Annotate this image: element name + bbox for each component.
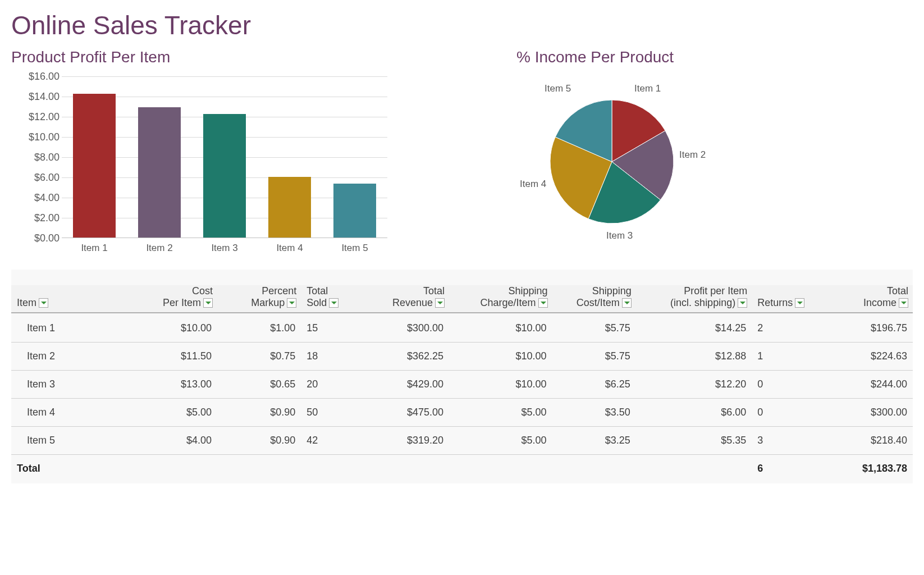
pie-label-1: Item 1 bbox=[634, 83, 661, 94]
cell-ship_cost: $3.50 bbox=[552, 399, 636, 427]
cell-revenue: $362.25 bbox=[353, 343, 449, 371]
cell-revenue: $429.00 bbox=[353, 371, 449, 399]
total-label: Total bbox=[11, 455, 140, 484]
col-header: TotalRevenue bbox=[353, 285, 449, 313]
pie-label-3: Item 3 bbox=[606, 230, 633, 241]
bar-chart: $0.00$2.00$4.00$6.00$8.00$10.00$12.00$14… bbox=[11, 76, 387, 256]
cell-markup: $0.90 bbox=[217, 399, 301, 427]
cell-revenue: $300.00 bbox=[353, 313, 449, 343]
x-tick: Item 3 bbox=[199, 243, 250, 254]
cell-sold: 18 bbox=[301, 343, 353, 371]
col-header: PercentMarkup bbox=[217, 285, 301, 313]
filter-dropdown-icon[interactable] bbox=[795, 298, 804, 308]
x-tick: Item 2 bbox=[134, 243, 185, 254]
y-tick: $16.00 bbox=[21, 71, 60, 83]
cell-ship_cost: $5.75 bbox=[552, 343, 636, 371]
cell-item: Item 4 bbox=[11, 399, 140, 427]
cell-returns: 1 bbox=[752, 343, 816, 371]
cell-ship_cost: $3.25 bbox=[552, 427, 636, 455]
cell-returns: 0 bbox=[752, 399, 816, 427]
pie-label-4: Item 4 bbox=[520, 179, 546, 190]
y-tick: $4.00 bbox=[21, 192, 60, 204]
cell-cost: $11.50 bbox=[140, 343, 217, 371]
cell-ship_charge: $5.00 bbox=[449, 427, 552, 455]
cell-ship_charge: $10.00 bbox=[449, 313, 552, 343]
table-row: Item 4$5.00$0.9050$475.00$5.00$3.50$6.00… bbox=[11, 399, 913, 427]
cell-sold: 15 bbox=[301, 313, 353, 343]
cell-cost: $5.00 bbox=[140, 399, 217, 427]
cell-income: $300.00 bbox=[816, 399, 913, 427]
cell-ship_cost: $6.25 bbox=[552, 371, 636, 399]
cell-profit: $6.00 bbox=[636, 399, 752, 427]
y-tick: $8.00 bbox=[21, 152, 60, 163]
cell-item: Item 3 bbox=[11, 371, 140, 399]
filter-dropdown-icon[interactable] bbox=[203, 298, 213, 308]
bar-1 bbox=[73, 94, 116, 238]
filter-dropdown-icon[interactable] bbox=[287, 298, 296, 308]
col-header: Profit per Item(incl. shipping) bbox=[636, 285, 752, 313]
cell-item: Item 2 bbox=[11, 343, 140, 371]
bar-3 bbox=[203, 114, 246, 238]
cell-cost: $10.00 bbox=[140, 313, 217, 343]
page-title: Online Sales Tracker bbox=[11, 10, 913, 40]
filter-dropdown-icon[interactable] bbox=[622, 298, 632, 308]
cell-sold: 42 bbox=[301, 427, 353, 455]
y-tick: $10.00 bbox=[21, 131, 60, 143]
bar-5 bbox=[333, 184, 376, 238]
filter-dropdown-icon[interactable] bbox=[899, 298, 908, 308]
cell-markup: $0.90 bbox=[217, 427, 301, 455]
total-income: $1,183.78 bbox=[816, 455, 913, 484]
y-tick: $6.00 bbox=[21, 172, 60, 184]
x-tick: Item 1 bbox=[69, 243, 120, 254]
col-header: CostPer Item bbox=[140, 285, 217, 313]
cell-ship_cost: $5.75 bbox=[552, 313, 636, 343]
table-row: Item 2$11.50$0.7518$362.25$10.00$5.75$12… bbox=[11, 343, 913, 371]
cell-markup: $0.65 bbox=[217, 371, 301, 399]
cell-ship_charge: $10.00 bbox=[449, 343, 552, 371]
bar-4 bbox=[268, 177, 311, 238]
cell-revenue: $475.00 bbox=[353, 399, 449, 427]
cell-income: $196.75 bbox=[816, 313, 913, 343]
bar-chart-title: Product Profit Per Item bbox=[11, 48, 404, 66]
table-row: Item 5$4.00$0.9042$319.20$5.00$3.25$5.35… bbox=[11, 427, 913, 455]
filter-dropdown-icon[interactable] bbox=[39, 298, 48, 308]
cell-returns: 0 bbox=[752, 371, 816, 399]
cell-profit: $12.88 bbox=[636, 343, 752, 371]
y-tick: $12.00 bbox=[21, 111, 60, 123]
cell-ship_charge: $5.00 bbox=[449, 399, 552, 427]
table-row: Item 3$13.00$0.6520$429.00$10.00$6.25$12… bbox=[11, 371, 913, 399]
cell-cost: $4.00 bbox=[140, 427, 217, 455]
cell-sold: 50 bbox=[301, 399, 353, 427]
cell-item: Item 1 bbox=[11, 313, 140, 343]
filter-dropdown-icon[interactable] bbox=[538, 298, 548, 308]
cell-profit: $5.35 bbox=[636, 427, 752, 455]
cell-cost: $13.00 bbox=[140, 371, 217, 399]
x-tick: Item 5 bbox=[330, 243, 380, 254]
y-tick: $0.00 bbox=[21, 232, 60, 244]
cell-profit: $14.25 bbox=[636, 313, 752, 343]
col-header: ShippingCost/Item bbox=[552, 285, 636, 313]
filter-dropdown-icon[interactable] bbox=[738, 298, 747, 308]
cell-item: Item 5 bbox=[11, 427, 140, 455]
sales-table: ItemCostPer ItemPercentMarkupTotalSoldTo… bbox=[11, 270, 913, 483]
y-tick: $14.00 bbox=[21, 91, 60, 103]
bar-2 bbox=[138, 107, 181, 238]
pie-label-5: Item 5 bbox=[545, 83, 571, 94]
cell-returns: 3 bbox=[752, 427, 816, 455]
cell-markup: $1.00 bbox=[217, 313, 301, 343]
cell-markup: $0.75 bbox=[217, 343, 301, 371]
cell-income: $224.63 bbox=[816, 343, 913, 371]
x-tick: Item 4 bbox=[264, 243, 315, 254]
col-header: TotalIncome bbox=[816, 285, 913, 313]
col-header: Returns bbox=[752, 285, 816, 313]
col-header: TotalSold bbox=[301, 285, 353, 313]
y-tick: $2.00 bbox=[21, 212, 60, 224]
filter-dropdown-icon[interactable] bbox=[329, 298, 339, 308]
pie-chart-title: % Income Per Product bbox=[516, 48, 707, 66]
cell-profit: $12.20 bbox=[636, 371, 752, 399]
cell-returns: 2 bbox=[752, 313, 816, 343]
pie-label-2: Item 2 bbox=[679, 149, 706, 161]
cell-income: $218.40 bbox=[816, 427, 913, 455]
cell-income: $244.00 bbox=[816, 371, 913, 399]
filter-dropdown-icon[interactable] bbox=[435, 298, 445, 308]
